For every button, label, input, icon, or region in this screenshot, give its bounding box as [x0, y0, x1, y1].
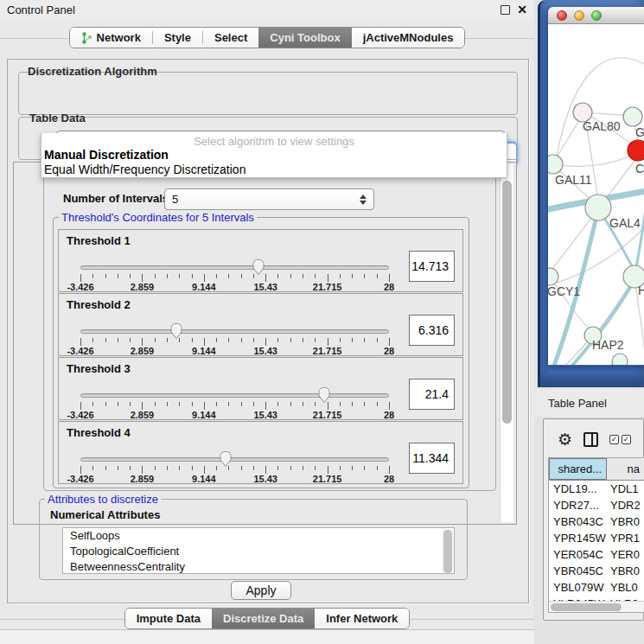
threshold-value-field[interactable]: 6.316 — [409, 315, 455, 346]
table-cell[interactable]: YBR0 — [606, 563, 644, 579]
attribute-item[interactable]: SelfLoops — [63, 528, 454, 544]
tick — [315, 338, 316, 342]
network-node-red[interactable] — [628, 140, 644, 161]
close-traffic-icon[interactable] — [557, 10, 567, 21]
network-node-green[interactable] — [585, 194, 611, 220]
columns-icon[interactable] — [583, 432, 598, 447]
table-row[interactable]: YDR27...YDR2 — [549, 497, 644, 513]
table-cell[interactable]: YER0 — [606, 546, 644, 563]
table-row[interactable]: YPR145WYPR1 — [549, 530, 644, 546]
slider-handle[interactable] — [318, 386, 331, 404]
tick-label: 9.144 — [192, 282, 216, 292]
table-cell[interactable]: YPR1 — [606, 530, 644, 546]
threshold-value-field[interactable]: 14.713 — [409, 251, 455, 282]
threshold-slider[interactable] — [80, 457, 389, 462]
horizontal-scrollbar[interactable] — [549, 601, 644, 612]
threshold-slider[interactable] — [80, 265, 389, 270]
table-cell[interactable]: YER054C — [549, 546, 606, 563]
control-panel: Control Panel ✕ Network Style Select Cyn… — [0, 0, 534, 644]
table-row[interactable]: YIL052CYIL0 — [549, 612, 644, 613]
number-of-intervals-combobox[interactable]: 5 — [164, 188, 374, 210]
network-node-green[interactable] — [548, 155, 563, 174]
column-header-name[interactable]: na — [607, 458, 644, 480]
tick — [253, 402, 254, 406]
tick — [228, 466, 229, 470]
discretization-algorithm-label: Discretization Algorithm — [25, 65, 160, 78]
network-edge[interactable] — [557, 58, 644, 156]
tick — [303, 338, 303, 342]
table-cell[interactable]: YBR045C — [549, 563, 606, 579]
slider-handle[interactable] — [252, 258, 265, 276]
network-edge[interactable] — [634, 197, 644, 277]
tab-impute-data[interactable]: Impute Data — [125, 609, 212, 628]
slider-handle[interactable] — [219, 450, 232, 468]
dropdown-option-manual[interactable]: Manual Discretization — [41, 148, 507, 163]
tab-network[interactable]: Network — [70, 28, 152, 48]
table-cell[interactable]: YDR2 — [606, 497, 644, 513]
network-node-green[interactable] — [623, 107, 642, 126]
attribute-item[interactable]: TopologicalCoefficient — [63, 544, 454, 559]
gear-icon[interactable]: ⚙ — [558, 431, 572, 448]
column-header-shared-name[interactable]: shared... — [549, 458, 607, 480]
table-cell[interactable]: YBL0 — [606, 579, 644, 596]
tab-style[interactable]: Style — [153, 28, 202, 48]
close-icon[interactable]: ✕ — [517, 5, 527, 15]
table-row[interactable]: YBR045CYBR0 — [549, 563, 644, 579]
table-cell[interactable]: YBR043C — [549, 513, 606, 530]
tick — [315, 274, 316, 278]
tab-select[interactable]: Select — [203, 28, 258, 48]
table-row[interactable]: YDL19...YDL1 — [549, 481, 644, 497]
apply-button[interactable]: Apply — [231, 581, 291, 600]
table-cell[interactable]: YIL0 — [606, 612, 644, 613]
table-cell[interactable]: YDR27... — [549, 497, 606, 513]
tick-label: 15.43 — [253, 346, 277, 356]
thresholds-container: Threshold 1 -3.4262.8599.14415.4321.7152… — [58, 229, 463, 485]
tick-label: -3.426 — [67, 410, 93, 420]
tick — [303, 274, 303, 278]
network-window: GAL80GACGAL11GAL4GCY1HHAP2 — [548, 7, 644, 366]
minimize-traffic-icon[interactable] — [574, 10, 584, 21]
table-row[interactable]: YBL079WYBL0 — [549, 579, 644, 596]
float-window-icon[interactable] — [501, 5, 510, 15]
table-cell[interactable]: YDL19... — [549, 481, 606, 497]
threshold-panel: Threshold 4 -3.4262.8599.14415.4321.7152… — [58, 421, 463, 484]
network-window-titlebar[interactable] — [548, 7, 644, 24]
attribute-item[interactable]: BetweennessCentrality — [63, 559, 454, 574]
numerical-attributes-list[interactable]: SelfLoopsTopologicalCoefficientBetweenne… — [62, 527, 455, 574]
scrollbar-thumb[interactable] — [502, 181, 512, 424]
tab-infer-network[interactable]: Infer Network — [315, 609, 409, 628]
dropdown-option-equal-width[interactable]: Equal Width/Frequency Discretization — [41, 163, 507, 177]
threshold-value-field[interactable]: 11.344 — [409, 443, 455, 474]
table-cell[interactable]: YBR0 — [606, 513, 644, 530]
table-cell[interactable]: YPR145W — [549, 530, 606, 546]
table-cell[interactable]: YBL079W — [549, 579, 606, 596]
threshold-slider[interactable] — [80, 393, 389, 398]
network-canvas[interactable]: GAL80GACGAL11GAL4GCY1HHAP2 — [548, 24, 644, 365]
attributes-scrollbar[interactable] — [443, 529, 453, 574]
tab-cyni-toolbox[interactable]: Cyni Toolbox — [258, 28, 351, 48]
tick — [216, 402, 217, 406]
threshold-value-field[interactable]: 21.4 — [409, 379, 455, 410]
slider-tick-labels: -3.4262.8599.14415.4321.71528 — [80, 282, 389, 292]
tick-label: 28 — [384, 410, 394, 420]
table-cell[interactable]: YDL1 — [606, 481, 644, 497]
tick — [167, 274, 168, 278]
table-row[interactable]: YER054CYER0 — [549, 546, 644, 563]
tick — [228, 338, 229, 342]
tick — [118, 338, 118, 342]
checkbox-icon[interactable]: ✓ — [609, 435, 619, 444]
table-cell[interactable]: YIL052C — [549, 612, 606, 613]
node-table: shared... na YDL19...YDL1YDR27...YDR2YBR… — [548, 457, 644, 613]
tab-discretize-data[interactable]: Discretize Data — [212, 609, 315, 628]
zoom-traffic-icon[interactable] — [591, 10, 602, 21]
tab-jactivemnodules[interactable]: jActiveMNodules — [352, 28, 465, 48]
table-row[interactable]: YBR043CYBR0 — [549, 513, 644, 530]
slider-handle[interactable] — [169, 322, 182, 340]
network-node-green[interactable] — [612, 354, 628, 365]
vertical-scrollbar[interactable] — [500, 164, 513, 522]
threshold-slider[interactable] — [80, 329, 389, 334]
checkbox-icon[interactable]: ✓ — [622, 435, 631, 444]
scrollbar-thumb[interactable] — [443, 530, 452, 573]
scrollbar-thumb[interactable] — [551, 603, 622, 611]
network-edge[interactable] — [552, 361, 620, 365]
